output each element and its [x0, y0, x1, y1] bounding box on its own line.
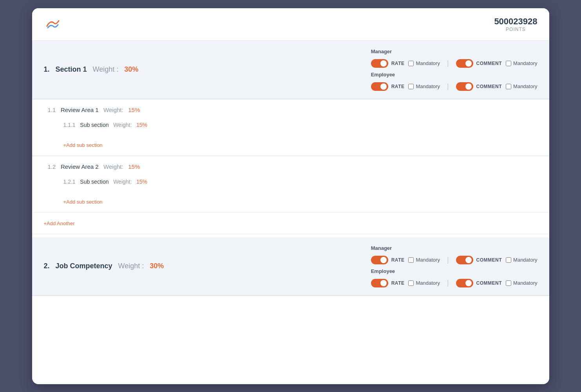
- points-label: POINTS: [494, 27, 537, 32]
- s2-manager-rate-mandatory-label: Mandatory: [416, 257, 440, 263]
- section-2-name: Job Competency: [56, 262, 112, 270]
- manager-rate-slider: [371, 59, 388, 68]
- add-sub-section-1-2-wrapper: +Add sub section: [48, 193, 538, 212]
- s2-manager-rate-mandatory-wrapper: Mandatory: [408, 257, 440, 263]
- manager-rate-mandatory-label: Mandatory: [416, 60, 440, 66]
- add-another-btn[interactable]: +Add Another: [44, 220, 75, 226]
- add-sub-section-1-2-btn[interactable]: +Add sub section: [63, 199, 103, 205]
- section-2-block: 2. Job Competency Weight : 30% Manager: [32, 237, 549, 296]
- section-2-weight-value: 30%: [150, 262, 164, 270]
- s2-manager-rate-slider: [371, 256, 388, 264]
- ss-1-1-1-weight-label: Weight:: [113, 122, 132, 128]
- section-1-controls: Manager RATE Mandatory: [371, 49, 538, 91]
- manager-rate-toggle-group: RATE: [371, 59, 405, 68]
- points-section: 500023928 POINTS: [494, 16, 537, 32]
- manager-comment-mandatory-checkbox[interactable]: [506, 61, 511, 66]
- s2-manager-comment-slider: [456, 256, 473, 264]
- s2-employee-control-row: RATE Mandatory | COMMENT: [371, 279, 538, 287]
- sub-section-1-1-1-block: 1.1.1 Sub section Weight: 15%: [48, 118, 538, 137]
- manager-comment-toggle[interactable]: [456, 59, 473, 68]
- section-2-title: 2. Job Competency Weight : 30%: [44, 262, 164, 270]
- s2-employee-rate-mandatory-checkbox[interactable]: [408, 280, 414, 286]
- s2-manager-comment-mandatory-label: Mandatory: [513, 257, 537, 263]
- s2-employee-comment-mandatory-label: Mandatory: [513, 280, 537, 286]
- ra-1-2-number: 1.2: [48, 163, 56, 170]
- ss-1-2-1-number: 1.2.1: [63, 179, 76, 185]
- s2-manager-rate-label: RATE: [391, 257, 405, 263]
- sub-section-1-2-1-title: 1.2.1 Sub section Weight: 15%: [63, 179, 538, 185]
- s2-employee-comment-toggle-group: COMMENT: [456, 279, 502, 287]
- section-1-weight-value: 30%: [124, 65, 138, 73]
- employee-rate-toggle[interactable]: [371, 82, 388, 91]
- manager-comment-toggle-group: COMMENT: [456, 59, 502, 68]
- app-container: 500023928 POINTS 1. Section 1 Weight : 3…: [32, 8, 549, 384]
- manager-comment-mandatory-wrapper: Mandatory: [506, 60, 537, 66]
- section-2-header: 2. Job Competency Weight : 30% Manager: [44, 245, 538, 287]
- manager-rate-toggle[interactable]: [371, 59, 388, 68]
- employee-comment-mandatory-checkbox[interactable]: [506, 84, 511, 89]
- sub-section-1-1-1-title: 1.1.1 Sub section Weight: 15%: [63, 122, 538, 128]
- ra-1-1-weight-label: Weight:: [103, 107, 123, 113]
- s2-employee-comment-label: COMMENT: [476, 280, 502, 286]
- separator-1: |: [447, 59, 449, 67]
- s2-manager-rate-mandatory-checkbox[interactable]: [408, 257, 414, 263]
- add-sub-section-1-1-wrapper: +Add sub section: [48, 137, 538, 155]
- ss-1-2-1-weight-label: Weight:: [113, 179, 132, 185]
- s2-manager-comment-mandatory-wrapper: Mandatory: [506, 257, 537, 263]
- ra-1-2-weight-value: 15%: [128, 163, 140, 170]
- employee-comment-toggle[interactable]: [456, 82, 473, 91]
- review-area-1-2-block: 1.2 Review Area 2 Weight: 15% 1.2.1 Sub …: [32, 156, 549, 213]
- employee-comment-slider: [456, 82, 473, 91]
- s2-employee-rate-mandatory-wrapper: Mandatory: [408, 280, 440, 286]
- section-1-block: 1. Section 1 Weight : 30% Manager: [32, 41, 549, 99]
- s2-manager-comment-toggle[interactable]: [456, 256, 473, 264]
- manager-rate-mandatory-checkbox[interactable]: [408, 61, 414, 66]
- manager-comment-slider: [456, 59, 473, 68]
- s2-employee-comment-toggle[interactable]: [456, 279, 473, 287]
- section-1-weight-label: Weight :: [93, 65, 119, 73]
- employee-control-row: RATE Mandatory | COMMENT: [371, 82, 538, 91]
- manager-comment-label: COMMENT: [476, 61, 502, 66]
- review-area-1-1-title: 1.1 Review Area 1 Weight: 15%: [48, 107, 538, 113]
- header: 500023928 POINTS: [32, 8, 549, 41]
- s2-employee-rate-toggle[interactable]: [371, 279, 388, 287]
- s2-employee-rate-toggle-group: RATE: [371, 279, 405, 287]
- separator-2: |: [447, 82, 449, 90]
- employee-rate-label: RATE: [391, 84, 405, 89]
- ra-1-1-number: 1.1: [48, 107, 56, 113]
- ra-1-2-name: Review Area 2: [61, 163, 99, 170]
- ra-1-2-weight-label: Weight:: [103, 163, 123, 170]
- sub-section-1-2-1-block: 1.2.1 Sub section Weight: 15%: [48, 175, 538, 193]
- s2-employee-comment-mandatory-wrapper: Mandatory: [506, 280, 537, 286]
- logo: [44, 15, 62, 33]
- add-another-wrapper: +Add Another: [32, 213, 549, 234]
- manager-rate-mandatory-wrapper: Mandatory: [408, 60, 440, 66]
- s2-manager-comment-mandatory-checkbox[interactable]: [506, 257, 511, 263]
- section-2-number: 2.: [44, 262, 50, 270]
- main-content: 1. Section 1 Weight : 30% Manager: [32, 41, 549, 296]
- s2-employee-rate-label: RATE: [391, 280, 405, 286]
- s2-manager-rate-toggle-group: RATE: [371, 256, 405, 264]
- s2-employee-comment-mandatory-checkbox[interactable]: [506, 280, 511, 286]
- manager-label-row: Manager: [371, 49, 538, 54]
- s2-employee-rate-slider: [371, 279, 388, 287]
- s2-manager-comment-toggle-group: COMMENT: [456, 256, 502, 264]
- ss-1-1-1-name: Sub section: [80, 122, 109, 128]
- review-area-1-1-block: 1.1 Review Area 1 Weight: 15% 1.1.1 Sub …: [32, 99, 549, 156]
- employee-rate-slider: [371, 82, 388, 91]
- s2-manager-rate-toggle[interactable]: [371, 256, 388, 264]
- section-2-controls: Manager RATE Mandatory: [371, 245, 538, 287]
- employee-rate-mandatory-wrapper: Mandatory: [408, 83, 440, 89]
- employee-comment-mandatory-label: Mandatory: [513, 83, 537, 89]
- s2-separator-1: |: [447, 256, 449, 264]
- employee-rate-mandatory-checkbox[interactable]: [408, 84, 414, 89]
- employee-label-row: Employee: [371, 72, 538, 78]
- employee-comment-mandatory-wrapper: Mandatory: [506, 83, 537, 89]
- employee-comment-toggle-group: COMMENT: [456, 82, 502, 91]
- ra-1-1-name: Review Area 1: [61, 107, 99, 113]
- manager-comment-mandatory-label: Mandatory: [513, 60, 537, 66]
- employee-rate-toggle-group: RATE: [371, 82, 405, 91]
- s2-employee-label-row: Employee: [371, 268, 538, 274]
- manager-rate-label: RATE: [391, 61, 405, 66]
- add-sub-section-1-1-btn[interactable]: +Add sub section: [63, 142, 103, 148]
